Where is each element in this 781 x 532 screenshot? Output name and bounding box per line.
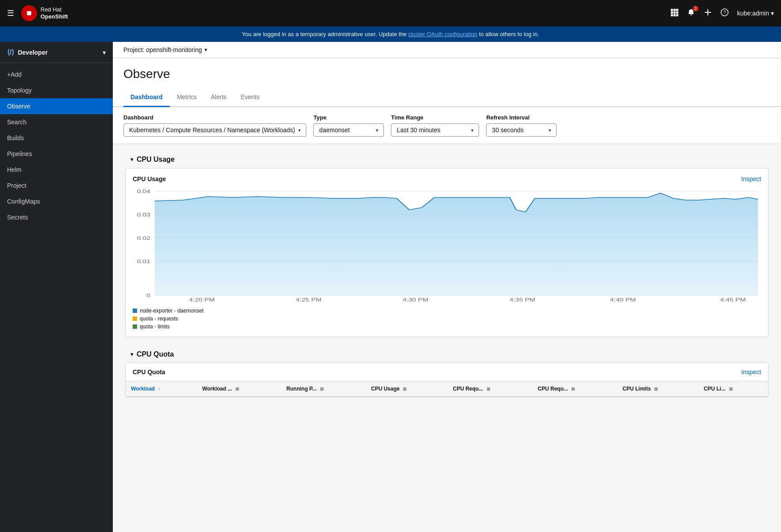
legend-label-quota-requests: quota - requests (140, 316, 178, 322)
dashboard-filter-value: Kubernetes / Compute Resources / Namespa… (129, 126, 295, 134)
perspective-icon: ⟨/⟩ (7, 48, 14, 56)
col-cpu-usage-filter-icon: ⊞ (403, 387, 406, 391)
col-workload[interactable]: Workload ↑ (126, 381, 197, 397)
content-area: Project: openshift-monitoring ▾ Observe … (113, 42, 781, 532)
cpu-quota-inspect-link[interactable]: Inspect (741, 368, 761, 376)
cpu-quota-table-head: Workload ↑ Workload ... ⊞ Running P... ⊞ (126, 381, 768, 397)
cpu-quota-chart-header: CPU Quota Inspect (126, 363, 768, 381)
perspective-text: Developer (18, 49, 48, 56)
legend-label-node-exporter: node-exporter - daemonset (140, 308, 204, 314)
tab-metrics[interactable]: Metrics (170, 88, 204, 107)
sidebar-item-configmaps[interactable]: ConfigMaps (0, 193, 113, 209)
svg-text:0.02: 0.02 (137, 235, 150, 241)
user-label: kube:admin (737, 10, 769, 17)
sidebar-item-search[interactable]: Search (0, 114, 113, 130)
time-range-filter-chevron-icon: ▾ (471, 128, 473, 133)
cpu-usage-chart-title: CPU Usage (133, 175, 166, 182)
col-cpu-requests-2-filter-icon: ⊞ (571, 387, 575, 391)
user-menu[interactable]: kube:admin ▾ (737, 10, 774, 17)
help-button[interactable]: ? (721, 8, 729, 18)
notifications-button[interactable]: 3 (687, 8, 695, 18)
svg-text:0: 0 (146, 293, 150, 298)
svg-rect-6 (676, 11, 678, 14)
topnav-actions: 3 ? kube:admin ▾ (670, 8, 774, 19)
sidebar-item-topology[interactable]: Topology (0, 82, 113, 98)
col-cpu-usage-label: CPU Usage (371, 386, 400, 392)
col-cpu-limits-2[interactable]: CPU Li... ⊞ (699, 381, 768, 397)
col-cpu-limits-1[interactable]: CPU Limits ⊞ (617, 381, 699, 397)
col-workload-label: Workload (131, 386, 155, 392)
col-workload-sort-icon: ↑ (158, 387, 160, 391)
sidebar-item-pipelines-label: Pipelines (7, 150, 32, 157)
perspective-switcher[interactable]: ⟨/⟩ Developer ▾ (0, 42, 113, 63)
col-cpu-requests-2[interactable]: CPU Requ... ⊞ (532, 381, 617, 397)
svg-text:4:30 PM: 4:30 PM (403, 297, 428, 302)
sidebar-item-pipelines[interactable]: Pipelines (0, 146, 113, 162)
col-cpu-requests-1-filter-icon: ⊞ (487, 387, 490, 391)
hamburger-button[interactable]: ☰ (7, 8, 14, 18)
legend-dot-node-exporter (133, 309, 137, 313)
cpu-usage-section-content: CPU Usage Inspect 0.04 0.03 0.02 0.01 0 (125, 168, 769, 337)
svg-text:4:25 PM: 4:25 PM (296, 297, 321, 302)
svg-rect-7 (671, 14, 673, 16)
type-filter-chevron-icon: ▾ (376, 128, 378, 133)
cpu-quota-section-content: CPU Quota Inspect Workload ↑ Work (125, 363, 769, 397)
col-running-pods-filter-icon: ⊞ (320, 387, 324, 391)
info-banner: You are logged in as a temporary adminis… (0, 26, 781, 42)
cpu-usage-legend: node-exporter - daemonset quota - reques… (133, 308, 761, 330)
perspective-label: ⟨/⟩ Developer (7, 48, 48, 56)
add-button[interactable] (704, 8, 712, 18)
time-range-filter-label: Time Range (391, 114, 479, 121)
type-filter-select[interactable]: daemonset ▾ (313, 123, 384, 137)
filters-bar: Dashboard Kubernetes / Compute Resources… (113, 107, 781, 144)
refresh-interval-filter-label: Refresh Interval (486, 114, 557, 121)
col-cpu-usage[interactable]: CPU Usage ⊞ (366, 381, 447, 397)
brand-bottom: OpenShift (41, 13, 68, 20)
time-range-filter-group: Time Range Last 30 minutes ▾ (391, 114, 479, 137)
sidebar-item-project[interactable]: Project (0, 178, 113, 193)
sidebar-item-project-label: Project (7, 182, 26, 189)
main-layout: ⟨/⟩ Developer ▾ +Add Topology Observe Se… (0, 42, 781, 532)
tab-alerts[interactable]: Alerts (204, 88, 234, 107)
refresh-interval-filter-select[interactable]: 30 seconds ▾ (486, 123, 557, 137)
dashboard-filter-select[interactable]: Kubernetes / Compute Resources / Namespa… (123, 123, 306, 137)
sidebar-item-secrets[interactable]: Secrets (0, 209, 113, 225)
legend-label-quota-limits: quota - limits (140, 324, 170, 330)
cpu-quota-table: Workload ↑ Workload ... ⊞ Running P... ⊞ (126, 381, 768, 397)
svg-text:0.01: 0.01 (137, 259, 150, 264)
grid-icon[interactable] (670, 8, 678, 19)
time-range-filter-value: Last 30 minutes (397, 126, 440, 134)
refresh-interval-filter-chevron-icon: ▾ (549, 128, 551, 133)
cpu-usage-section: ▾ CPU Usage CPU Usage Inspect 0.04 0.03 … (123, 151, 770, 339)
cpu-quota-section-header[interactable]: ▾ CPU Quota (123, 346, 770, 363)
oauth-config-link[interactable]: cluster OAuth configuration (408, 31, 477, 37)
sidebar-item-builds[interactable]: Builds (0, 130, 113, 146)
sidebar-item-helm-label: Helm (7, 166, 22, 173)
cpu-usage-section-header[interactable]: ▾ CPU Usage (123, 151, 770, 168)
time-range-filter-select[interactable]: Last 30 minutes ▾ (391, 123, 479, 137)
svg-rect-3 (676, 9, 678, 11)
col-cpu-limits-1-filter-icon: ⊞ (654, 387, 658, 391)
page-header: Observe (113, 58, 781, 88)
col-cpu-limits-1-label: CPU Limits (623, 386, 651, 392)
svg-text:4:35 PM: 4:35 PM (510, 297, 535, 302)
brand-logo: Red Hat OpenShift (21, 5, 68, 21)
cpu-usage-section-title: CPU Usage (137, 156, 175, 164)
tab-events[interactable]: Events (234, 88, 267, 107)
col-workload-type[interactable]: Workload ... ⊞ (197, 381, 281, 397)
cpu-usage-inspect-link[interactable]: Inspect (741, 175, 761, 182)
col-cpu-requests-1[interactable]: CPU Requ... ⊞ (447, 381, 532, 397)
sidebar: ⟨/⟩ Developer ▾ +Add Topology Observe Se… (0, 42, 113, 532)
col-cpu-requests-1-label: CPU Requ... (453, 386, 483, 392)
tab-dashboard[interactable]: Dashboard (123, 88, 170, 107)
sidebar-item-builds-label: Builds (7, 134, 24, 141)
legend-item-node-exporter: node-exporter - daemonset (133, 308, 761, 314)
sidebar-item-add[interactable]: +Add (0, 67, 113, 82)
project-chevron-icon[interactable]: ▾ (205, 47, 207, 53)
col-running-pods[interactable]: Running P... ⊞ (281, 381, 366, 397)
cpu-quota-table-header-row: Workload ↑ Workload ... ⊞ Running P... ⊞ (126, 381, 768, 397)
sidebar-item-observe[interactable]: Observe (0, 98, 113, 114)
svg-rect-9 (676, 14, 678, 16)
svg-text:4:45 PM: 4:45 PM (720, 297, 746, 302)
sidebar-item-helm[interactable]: Helm (0, 162, 113, 178)
